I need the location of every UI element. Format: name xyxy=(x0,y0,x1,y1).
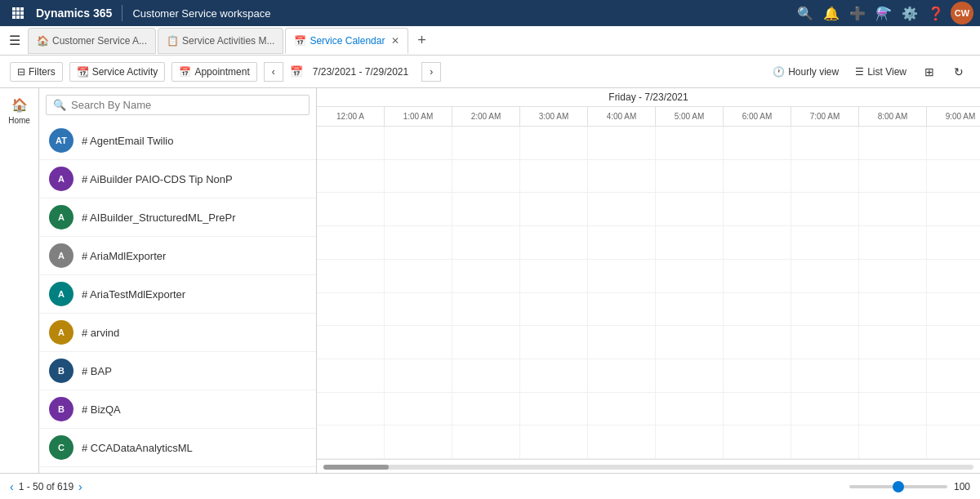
search-box[interactable]: 🔍 xyxy=(46,95,310,115)
calendar-cell[interactable] xyxy=(452,226,520,259)
zoom-slider[interactable] xyxy=(849,485,947,488)
calendar-cell[interactable] xyxy=(656,293,724,326)
calendar-cell[interactable] xyxy=(724,293,791,326)
prev-date-button[interactable]: ‹ xyxy=(264,62,283,82)
calendar-cell[interactable] xyxy=(385,127,452,159)
calendar-cell[interactable] xyxy=(385,226,452,259)
add-icon[interactable]: ➕ xyxy=(846,2,869,25)
calendar-cell[interactable] xyxy=(927,226,980,259)
calendar-cell[interactable] xyxy=(927,359,980,392)
calendar-cell[interactable] xyxy=(452,393,520,425)
tab-service-activities[interactable]: 📋 Service Activities M... xyxy=(158,28,283,54)
calendar-cell[interactable] xyxy=(859,226,927,259)
calendar-cell[interactable] xyxy=(520,160,588,193)
calendar-cell[interactable] xyxy=(859,393,927,425)
calendar-cell[interactable] xyxy=(791,359,859,392)
calendar-cell[interactable] xyxy=(520,393,588,425)
calendar-cell[interactable] xyxy=(385,193,452,225)
calendar-cell[interactable] xyxy=(520,226,588,259)
calendar-cell[interactable] xyxy=(452,260,520,292)
calendar-cell[interactable] xyxy=(791,326,859,359)
calendar-cell[interactable] xyxy=(859,127,927,159)
calendar-cell[interactable] xyxy=(588,260,656,292)
calendar-cell[interactable] xyxy=(724,326,791,359)
refresh-button[interactable]: ↻ xyxy=(947,60,970,83)
calendar-cell[interactable] xyxy=(520,293,588,326)
settings-icon[interactable]: ⚙️ xyxy=(898,2,921,25)
calendar-cell[interactable] xyxy=(656,359,724,392)
calendar-cell[interactable] xyxy=(859,359,927,392)
calendar-cell[interactable] xyxy=(452,326,520,359)
user-avatar[interactable]: CW xyxy=(951,2,973,25)
calendar-cell[interactable] xyxy=(385,425,452,458)
calendar-cell[interactable] xyxy=(317,127,385,159)
tab-service-calendar[interactable]: 📅 Service Calendar ✕ xyxy=(285,28,408,54)
sidebar-item-home[interactable]: 🏠 Home xyxy=(3,95,36,127)
calendar-cell[interactable] xyxy=(927,127,980,159)
calendar-cell[interactable] xyxy=(317,193,385,225)
list-item[interactable]: CB# CCI Bots xyxy=(39,467,316,473)
calendar-cell[interactable] xyxy=(520,326,588,359)
calendar-cell[interactable] xyxy=(724,359,791,392)
calendar-cell[interactable] xyxy=(724,393,791,425)
calendar-cell[interactable] xyxy=(588,127,656,159)
calendar-cell[interactable] xyxy=(452,425,520,458)
calendar-cell[interactable] xyxy=(317,293,385,326)
tab-customer-service[interactable]: 🏠 Customer Service A... xyxy=(28,28,156,54)
help-icon[interactable]: ❓ xyxy=(924,2,947,25)
calendar-cell[interactable] xyxy=(317,359,385,392)
list-item[interactable]: AT# AgentEmail Twilio xyxy=(39,122,316,160)
calendar-cell[interactable] xyxy=(859,193,927,225)
list-item[interactable]: A# AriaTestMdlExporter xyxy=(39,275,316,314)
calendar-cell[interactable] xyxy=(927,260,980,292)
calendar-cell[interactable] xyxy=(656,425,724,458)
calendar-cell[interactable] xyxy=(724,425,791,458)
calendar-cell[interactable] xyxy=(791,260,859,292)
calendar-cell[interactable] xyxy=(791,293,859,326)
grid-view-button[interactable]: ⊞ xyxy=(918,60,941,83)
calendar-cell[interactable] xyxy=(927,393,980,425)
calendar-cell[interactable] xyxy=(588,160,656,193)
next-page-button[interactable]: › xyxy=(78,480,82,493)
calendar-cell[interactable] xyxy=(385,160,452,193)
calendar-cell[interactable] xyxy=(656,160,724,193)
calendar-cell[interactable] xyxy=(927,293,980,326)
calendar-cell[interactable] xyxy=(520,425,588,458)
calendar-cell[interactable] xyxy=(317,326,385,359)
calendar-cell[interactable] xyxy=(588,393,656,425)
calendar-cell[interactable] xyxy=(317,425,385,458)
calendar-cell[interactable] xyxy=(724,260,791,292)
calendar-cell[interactable] xyxy=(791,127,859,159)
hourly-view-button[interactable]: 🕐 Hourly view xyxy=(768,63,844,81)
calendar-cell[interactable] xyxy=(656,226,724,259)
calendar-cell[interactable] xyxy=(385,293,452,326)
calendar-cell[interactable] xyxy=(859,160,927,193)
calendar-cell[interactable] xyxy=(452,193,520,225)
calendar-cell[interactable] xyxy=(791,393,859,425)
calendar-cell[interactable] xyxy=(588,226,656,259)
calendar-cell[interactable] xyxy=(520,193,588,225)
appointment-button[interactable]: 📅 Appointment xyxy=(172,62,256,82)
calendar-cell[interactable] xyxy=(724,193,791,225)
calendar-cell[interactable] xyxy=(859,260,927,292)
calendar-cell[interactable] xyxy=(588,193,656,225)
list-item[interactable]: A# AIBuilder_StructuredML_PrePr xyxy=(39,198,316,237)
calendar-cell[interactable] xyxy=(317,160,385,193)
calendar-cell[interactable] xyxy=(385,326,452,359)
list-item[interactable]: A# AiBuilder PAIO-CDS Tip NonP xyxy=(39,160,316,198)
calendar-cell[interactable] xyxy=(317,393,385,425)
calendar-cell[interactable] xyxy=(588,326,656,359)
tab-add-button[interactable]: + xyxy=(410,29,433,52)
calendar-cell[interactable] xyxy=(656,127,724,159)
apps-menu-icon[interactable] xyxy=(7,2,29,25)
search-input[interactable] xyxy=(71,99,302,111)
calendar-cell[interactable] xyxy=(859,326,927,359)
search-icon[interactable]: 🔍 xyxy=(794,2,817,25)
calendar-cell[interactable] xyxy=(724,160,791,193)
calendar-cell[interactable] xyxy=(656,260,724,292)
calendar-cell[interactable] xyxy=(385,393,452,425)
horizontal-scrollbar[interactable] xyxy=(317,459,980,473)
list-item[interactable]: A# arvind xyxy=(39,314,316,352)
filter-icon[interactable]: ⚗️ xyxy=(872,2,895,25)
calendar-cell[interactable] xyxy=(588,293,656,326)
